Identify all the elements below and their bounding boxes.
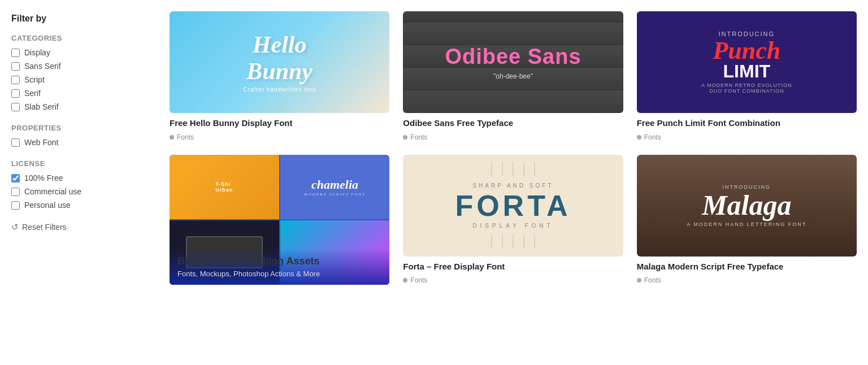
- meta-dot-odibee: [403, 135, 407, 140]
- promo-million: 1 Million: [243, 255, 284, 267]
- sidebar: Filter by Categories Display Sans Serif …: [11, 11, 158, 354]
- card-punch-meta: Fonts: [637, 133, 857, 141]
- punch-desc-text: A MODERN RETRO EVOLUTIONDUO FONT COMBINA…: [701, 82, 792, 94]
- category-display-label: Display: [24, 48, 50, 57]
- punch-main-text: Punch: [713, 40, 780, 62]
- property-web-font-label: Web Font: [24, 138, 58, 147]
- main-content: HelloBunny Crafter handwritten font Free…: [170, 11, 857, 354]
- odibee-font-text: Odibee Sans: [445, 44, 581, 70]
- malaga-sub-text: A MODERN HAND LETTERING FONT: [687, 221, 806, 227]
- category-display-checkbox[interactable]: [11, 49, 20, 57]
- category-display[interactable]: Display: [11, 48, 158, 57]
- meta-dot-malaga: [637, 278, 641, 283]
- category-script-checkbox[interactable]: [11, 76, 20, 84]
- card-hello-bunny-meta: Fonts: [170, 133, 389, 141]
- category-slab-serif[interactable]: Slab Serif: [11, 102, 158, 111]
- reset-filters-button[interactable]: ↺ Reset Filters: [11, 222, 158, 232]
- category-script[interactable]: Script: [11, 75, 158, 84]
- forta-top-lines: [491, 163, 535, 176]
- card-hello-bunny-title: Free Hello Bunny Display Font: [170, 118, 389, 129]
- forta-top-label: SHARP AND SOFT: [472, 182, 553, 189]
- reset-filters-label: Reset Filters: [22, 223, 67, 232]
- properties-title: Properties: [11, 124, 158, 132]
- promo-sub: Fonts, Mockups, Photoshop Actions & More: [177, 270, 381, 278]
- card-punch-preview: INTRODUCING Punch LIMIT A MODERN RETRO E…: [637, 11, 857, 113]
- card-punch-title: Free Punch Limit Font Combination: [637, 118, 857, 129]
- hello-bunny-font-text: HelloBunny: [243, 32, 316, 84]
- license-personal-label: Personal use: [24, 201, 71, 210]
- card-odibee-preview: Odibee Sans "oh-dee-bee": [403, 11, 623, 113]
- category-serif-checkbox[interactable]: [11, 89, 20, 98]
- property-web-font-checkbox[interactable]: [11, 138, 20, 147]
- card-hello-bunny-image: HelloBunny Crafter handwritten font: [170, 11, 389, 113]
- malaga-preview: INTRODUCING Malaga A MODERN HAND LETTERI…: [637, 155, 857, 257]
- card-odibee-image: Odibee Sans "oh-dee-bee": [403, 11, 623, 113]
- card-hello-bunny[interactable]: HelloBunny Crafter handwritten font Free…: [170, 11, 389, 141]
- license-commercial-checkbox[interactable]: [11, 188, 20, 196]
- license-personal-checkbox[interactable]: [11, 201, 20, 210]
- card-punch[interactable]: INTRODUCING Punch LIMIT A MODERN RETRO E…: [637, 11, 857, 141]
- category-sans-serif-label: Sans Serif: [24, 62, 61, 71]
- odibee-sub-text: "oh-dee-bee": [493, 72, 533, 80]
- card-promo-image: T-Shi Urban chamelia MODERN SCRIPT FONT: [170, 155, 389, 285]
- card-malaga-meta: Fonts: [637, 276, 857, 284]
- malaga-main-text: Malaga: [702, 191, 791, 219]
- meta-dot-forta: [403, 278, 407, 283]
- card-forta-title: Forta – Free Display Font: [403, 261, 623, 272]
- meta-dot-punch: [637, 135, 641, 140]
- card-odibee-title: Odibee Sans Free Typeface: [403, 118, 623, 129]
- category-sans-serif-checkbox[interactable]: [11, 62, 20, 71]
- forta-sub-text: DISPLAY FONT: [472, 223, 553, 229]
- properties-section: Properties Web Font: [11, 124, 158, 147]
- category-slab-serif-checkbox[interactable]: [11, 103, 20, 111]
- license-personal[interactable]: Personal use: [11, 201, 158, 210]
- forta-main-text: FORTA: [455, 191, 571, 220]
- category-slab-serif-label: Slab Serif: [24, 102, 59, 111]
- category-serif-label: Serif: [24, 89, 41, 98]
- categories-title: Categories: [11, 34, 158, 42]
- license-100-free-checkbox[interactable]: [11, 174, 20, 182]
- reset-icon: ↺: [11, 222, 19, 232]
- license-commercial[interactable]: Commercial use: [11, 187, 158, 196]
- card-promo[interactable]: T-Shi Urban chamelia MODERN SCRIPT FONT: [170, 155, 389, 285]
- card-odibee[interactable]: Odibee Sans "oh-dee-bee" Odibee Sans Fre…: [403, 11, 623, 141]
- card-forta-image: SHARP AND SOFT FORTA DISPLAY FONT: [403, 155, 623, 257]
- card-malaga-title: Malaga Modern Script Free Typeface: [637, 261, 857, 272]
- card-hello-bunny-preview: HelloBunny Crafter handwritten font: [170, 11, 389, 113]
- license-commercial-label: Commercial use: [24, 187, 81, 196]
- card-forta[interactable]: SHARP AND SOFT FORTA DISPLAY FONT Forta …: [403, 155, 623, 285]
- license-100-free[interactable]: 100% Free: [11, 173, 158, 182]
- meta-label-odibee: Fonts: [410, 133, 427, 141]
- font-grid: HelloBunny Crafter handwritten font Free…: [170, 11, 857, 285]
- promo-cell-script: chamelia MODERN SCRIPT FONT: [280, 155, 390, 219]
- card-malaga-image: INTRODUCING Malaga A MODERN HAND LETTERI…: [637, 155, 857, 257]
- category-serif[interactable]: Serif: [11, 89, 158, 98]
- category-script-label: Script: [24, 75, 45, 84]
- forta-bottom-lines: [491, 235, 535, 249]
- license-title: License: [11, 159, 158, 168]
- card-punch-image: INTRODUCING Punch LIMIT A MODERN RETRO E…: [637, 11, 857, 113]
- malaga-intro-text: INTRODUCING: [723, 184, 771, 190]
- hello-bunny-sub: Crafter handwritten font: [243, 86, 316, 93]
- card-odibee-meta: Fonts: [403, 133, 623, 141]
- meta-dot-hello-bunny: [170, 135, 174, 140]
- category-sans-serif[interactable]: Sans Serif: [11, 62, 158, 71]
- property-web-font[interactable]: Web Font: [11, 138, 158, 147]
- promo-overlay: Browse Over 1 Million Assets Fonts, Mock…: [170, 249, 389, 285]
- punch-sub-text: LIMIT: [723, 62, 771, 80]
- categories-section: Categories Display Sans Serif Script Ser…: [11, 34, 158, 111]
- meta-label-malaga: Fonts: [644, 276, 661, 284]
- license-100-free-label: 100% Free: [24, 173, 63, 182]
- card-forta-meta: Fonts: [403, 276, 623, 284]
- meta-label-forta: Fonts: [410, 276, 427, 284]
- filter-title: Filter by: [11, 14, 158, 24]
- meta-label-punch: Fonts: [644, 133, 661, 141]
- license-section: License 100% Free Commercial use Persona…: [11, 159, 158, 210]
- promo-cell-shirt: T-Shi Urban: [170, 155, 279, 219]
- meta-label-hello-bunny: Fonts: [177, 133, 194, 141]
- card-malaga[interactable]: INTRODUCING Malaga A MODERN HAND LETTERI…: [637, 155, 857, 285]
- promo-title: Browse Over 1 Million Assets: [177, 255, 381, 267]
